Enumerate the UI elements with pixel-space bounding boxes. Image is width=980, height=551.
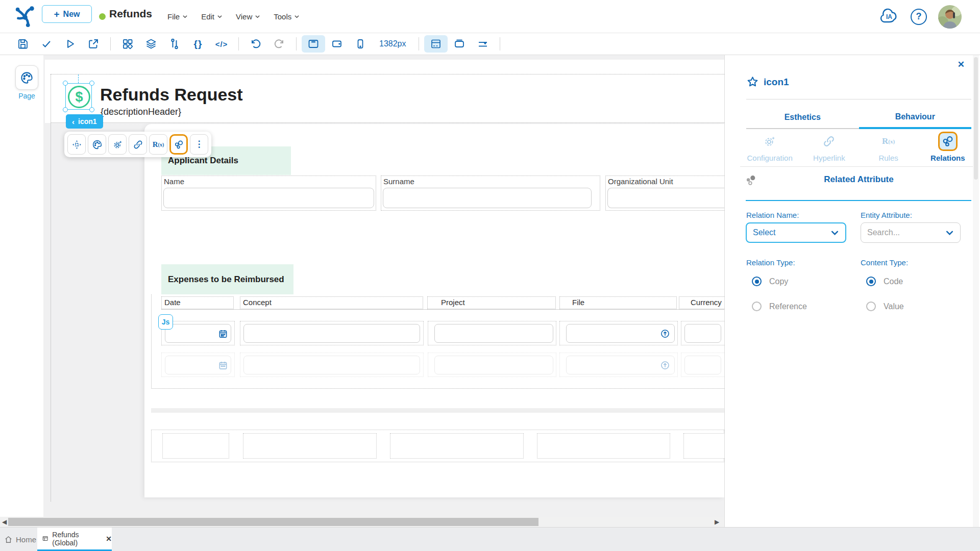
currency-input[interactable]	[684, 324, 721, 343]
relations-button[interactable]	[169, 134, 188, 155]
radio-value[interactable]: Value	[866, 302, 904, 311]
name-input[interactable]	[163, 188, 374, 208]
save-button[interactable]	[11, 35, 35, 53]
selected-element-chip[interactable]: ‹ icon1	[66, 114, 103, 129]
close-tab-icon[interactable]: ✕	[106, 535, 112, 543]
user-avatar[interactable]	[938, 5, 962, 29]
section-title-expenses[interactable]: Expenses to be Reimbursed	[161, 264, 293, 294]
placeholder-cell[interactable]	[162, 433, 229, 459]
subtab-relations[interactable]: Relations	[918, 132, 977, 162]
ai-assistant-icon[interactable]: IA	[879, 8, 899, 26]
date-cell[interactable]	[161, 353, 235, 377]
layers-button[interactable]	[139, 35, 163, 53]
selection-handle[interactable]	[89, 81, 94, 86]
desktop-view-button[interactable]	[302, 35, 325, 53]
tab-behaviour[interactable]: Behaviour	[859, 106, 972, 129]
move-element-button[interactable]	[67, 134, 86, 155]
tab-refunds-global[interactable]: Refunds (Global) ✕	[37, 528, 112, 549]
file-cell[interactable]	[559, 353, 678, 377]
currency-input[interactable]	[684, 356, 721, 374]
selection-handle[interactable]	[89, 107, 94, 112]
new-button[interactable]: + New	[42, 5, 92, 23]
horizontal-scrollbar[interactable]: ◀ ▶	[0, 517, 724, 527]
concept-cell[interactable]	[240, 321, 424, 345]
scroll-left-arrow[interactable]: ◀	[2, 518, 7, 525]
upload-icon[interactable]	[660, 329, 670, 341]
flow-connections-button[interactable]	[163, 35, 186, 53]
tab-home[interactable]: Home	[4, 528, 36, 551]
validate-button[interactable]	[35, 35, 58, 53]
column-header-project[interactable]: Project	[427, 296, 556, 309]
page-style-button[interactable]	[15, 65, 38, 90]
radio-reference[interactable]: Reference	[752, 302, 807, 311]
tab-esthetics[interactable]: Esthetics	[746, 106, 859, 129]
mobile-view-button[interactable]	[349, 35, 372, 53]
source-code-button[interactable]: </>	[210, 35, 233, 53]
configuration-button[interactable]	[108, 134, 127, 155]
relation-name-select[interactable]: Select	[746, 222, 846, 243]
braces-button[interactable]: {}	[186, 35, 210, 53]
surname-input[interactable]	[383, 188, 592, 208]
currency-cell[interactable]	[681, 353, 724, 377]
tablet-view-button[interactable]	[325, 35, 349, 53]
file-input[interactable]	[566, 324, 675, 343]
placeholder-cell[interactable]	[390, 433, 524, 459]
selection-handle[interactable]	[63, 107, 68, 112]
esthetics-palette-button[interactable]	[88, 134, 106, 155]
radio-copy[interactable]: Copy	[752, 277, 788, 286]
placeholder-cell[interactable]	[243, 433, 377, 459]
currency-cell[interactable]	[681, 321, 724, 345]
project-cell[interactable]	[428, 321, 556, 345]
menu-tools[interactable]: Tools	[274, 12, 300, 21]
widgets-button[interactable]	[116, 35, 139, 53]
undo-button[interactable]	[244, 35, 267, 53]
menu-file[interactable]: File	[167, 12, 188, 21]
more-options-button[interactable]: ⋮	[190, 134, 208, 155]
menu-view[interactable]: View	[236, 12, 260, 21]
selection-handle[interactable]	[63, 81, 68, 86]
field-name[interactable]: Name	[161, 176, 376, 211]
file-input[interactable]	[566, 356, 675, 374]
placeholder-row[interactable]	[151, 430, 724, 462]
canvas-page-subtitle[interactable]: {descriptionHeader}	[101, 107, 181, 117]
subtab-hyperlink[interactable]: Hyperlink	[799, 132, 859, 162]
concept-input[interactable]	[243, 356, 420, 374]
canvas-page-title[interactable]: Refunds Request	[100, 85, 243, 105]
organizational-unit-input[interactable]	[607, 188, 724, 208]
redo-button[interactable]	[267, 35, 291, 53]
field-surname[interactable]: Surname	[381, 176, 600, 211]
file-cell[interactable]	[559, 321, 678, 345]
column-header-file[interactable]: File	[559, 296, 677, 309]
help-icon[interactable]: ?	[911, 9, 927, 25]
scrollbar-thumb[interactable]	[8, 518, 538, 526]
placeholder-cell[interactable]	[537, 433, 670, 459]
subtab-rules[interactable]: R(x) Rules	[859, 132, 918, 162]
concept-cell[interactable]	[240, 353, 424, 377]
export-button[interactable]	[82, 35, 105, 53]
filter-settings-button[interactable]	[471, 35, 495, 53]
project-input[interactable]	[434, 324, 553, 343]
entity-attribute-search-select[interactable]: Search...	[861, 222, 961, 243]
brand-logo-icon[interactable]	[13, 3, 37, 29]
subtab-configuration[interactable]: Configuration	[740, 132, 799, 162]
hyperlink-button[interactable]	[129, 134, 147, 155]
column-header-currency[interactable]: Currency	[679, 296, 724, 309]
radio-code[interactable]: Code	[866, 277, 903, 286]
icon1-element[interactable]: $	[65, 83, 92, 110]
placeholder-cell[interactable]	[683, 433, 724, 459]
js-script-badge[interactable]: Js	[158, 314, 173, 330]
menu-edit[interactable]: Edit	[201, 12, 223, 21]
rules-button[interactable]: R(x)	[149, 134, 167, 155]
close-panel-icon[interactable]: ✕	[958, 59, 965, 70]
field-organizational-unit[interactable]: Organizational Unit	[605, 176, 724, 211]
project-input[interactable]	[434, 356, 553, 374]
column-header-concept[interactable]: Concept	[240, 296, 423, 309]
run-preview-button[interactable]	[58, 35, 82, 53]
scroll-right-arrow[interactable]: ▶	[715, 518, 719, 525]
column-header-date[interactable]: Date	[161, 296, 234, 309]
concept-input[interactable]	[243, 324, 420, 343]
page-sections-button[interactable]	[424, 35, 448, 53]
design-canvas[interactable]: $ Refunds Request {descriptionHeader} ‹ …	[43, 55, 724, 517]
calendar-icon[interactable]	[218, 329, 228, 341]
project-cell[interactable]	[428, 353, 556, 377]
